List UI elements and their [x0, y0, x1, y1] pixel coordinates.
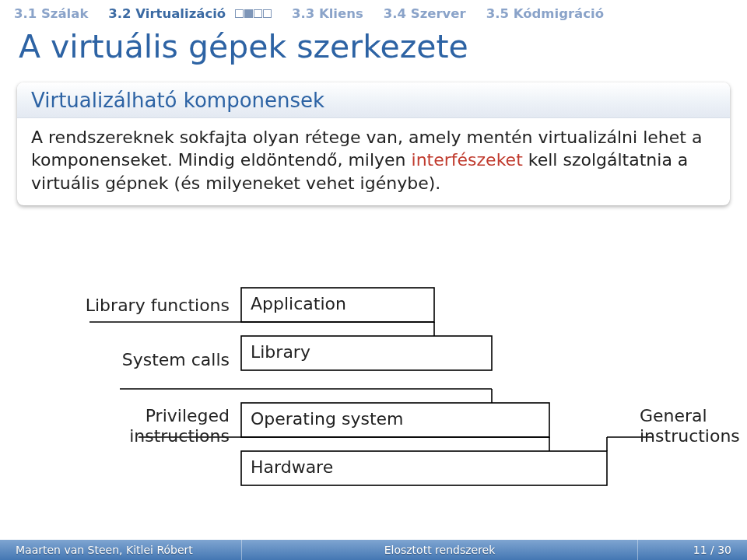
label-privileged-2: instructions [0, 426, 230, 446]
footer: Maarten van Steen, Kitlei Róbert Eloszto… [0, 540, 747, 560]
nav-dot-icon [235, 9, 244, 18]
highlight-term: interfészeket [412, 150, 523, 170]
nav-item-virtualizacio[interactable]: 3.2 Virtualizáció [108, 6, 272, 21]
architecture-diagram: Library functions System calls Privilege… [0, 249, 747, 506]
nav-dot-icon [244, 9, 253, 18]
nav-item-kodmigracio[interactable]: 3.5 Kódmigráció [486, 6, 604, 21]
footer-title: Elosztott rendszerek [242, 544, 637, 556]
nav-dot-icon [263, 9, 272, 18]
diagram-svg [0, 249, 747, 506]
box-os: Operating system [251, 409, 404, 429]
label-privileged-1: Privileged [0, 406, 230, 425]
nav-progress-dots [235, 9, 272, 18]
box-application: Application [251, 294, 346, 313]
block-body: A rendszereknek sokfajta olyan rétege va… [17, 118, 730, 205]
nav-item-szalak[interactable]: 3.1 Szálak [14, 6, 88, 21]
section-nav: 3.1 Szálak 3.2 Virtualizáció 3.3 Kliens … [14, 6, 733, 21]
content-block: Virtualizálható komponensek A rendszerek… [17, 82, 730, 205]
footer-page: 11 / 30 [638, 544, 747, 556]
page-title: A virtuális gépek szerkezete [19, 28, 468, 65]
block-title: Virtualizálható komponensek [17, 82, 730, 118]
label-general-1: General [640, 406, 707, 425]
footer-authors: Maarten van Steen, Kitlei Róbert [0, 544, 241, 556]
label-general-2: instructions [640, 426, 740, 446]
label-system-calls: System calls [0, 350, 230, 369]
box-hardware: Hardware [251, 457, 333, 477]
label-library-functions: Library functions [0, 296, 230, 315]
nav-item-kliens[interactable]: 3.3 Kliens [292, 6, 363, 21]
nav-item-szerver[interactable]: 3.4 Szerver [384, 6, 466, 21]
nav-dot-icon [254, 9, 262, 18]
box-library: Library [251, 342, 310, 362]
